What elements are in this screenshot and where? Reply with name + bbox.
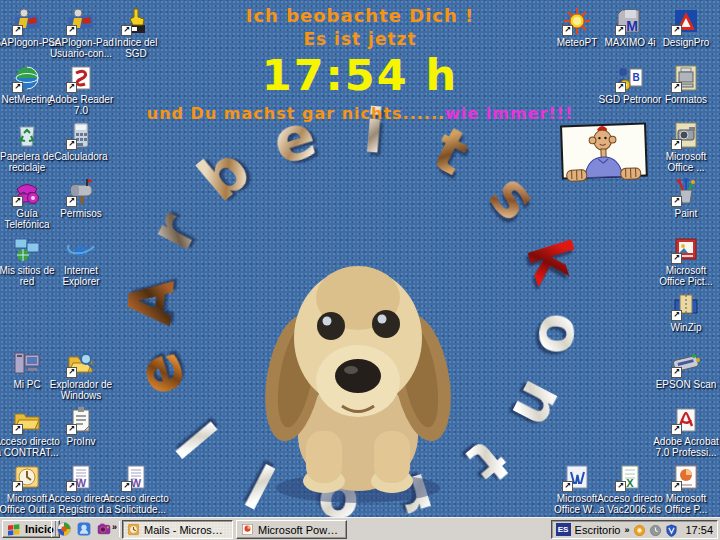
task-button-label: Mails - Microsoft Outlook xyxy=(144,524,228,536)
folder-icon: ↗ xyxy=(12,405,42,435)
shortcut-arrow-icon: ↗ xyxy=(671,82,682,93)
shortcut-arrow-icon: ↗ xyxy=(562,481,573,492)
tray-scheduler-icon[interactable] xyxy=(649,523,662,536)
desktop-icon-formatos[interactable]: ↗Formatos xyxy=(653,63,719,105)
desktop-icon-calculadora[interactable]: ↗Calculadora xyxy=(48,120,114,162)
windows-logo-icon xyxy=(6,521,22,537)
svg-text:X: X xyxy=(626,477,634,489)
desktop-icon-adobe-reader-7-0[interactable]: ↗Adobe Reader7.0 xyxy=(48,63,114,116)
desktop-icon-label: Formatos xyxy=(653,94,719,105)
network-places-icon xyxy=(12,234,42,264)
system-tray: ES Escritorio » 17:54 xyxy=(551,520,718,539)
quick-launch-chevron[interactable]: » xyxy=(112,522,117,532)
svg-text:B: B xyxy=(632,72,639,83)
shortcut-arrow-icon: ↗ xyxy=(12,481,23,492)
wallpaper-ring-letter: s xyxy=(479,164,548,230)
shortcut-arrow-icon: ↗ xyxy=(671,367,682,378)
desktop-wallpaper[interactable]: Ich beobachte Dich ! Es ist jetzt 17:54 … xyxy=(0,0,720,517)
taskbar-clock[interactable]: 17:54 xyxy=(682,524,713,536)
desktop-icon-paint[interactable]: ↗Paint xyxy=(653,177,719,219)
quick-launch-purple-camera-icon[interactable] xyxy=(96,521,112,537)
desktop-icon-label: MicrosoftOffice Pict... xyxy=(653,265,719,287)
maximo-disk-icon: M↗ xyxy=(615,6,645,36)
desktop-icon-adobe-acrobat-7-0-professi[interactable]: ↗Adobe Acrobat7.0 Professi... xyxy=(653,405,719,458)
svg-text:M: M xyxy=(626,18,638,34)
desktop-icon-permisos[interactable]: ↗Permisos xyxy=(48,177,114,219)
desktop-screen: Ich beobachte Dich ! Es ist jetzt 17:54 … xyxy=(0,0,720,540)
adobe-reader-icon: ↗ xyxy=(66,63,96,93)
wallpaper-ring-letter: r xyxy=(140,204,207,258)
tray-antivirus-shield-icon[interactable] xyxy=(665,523,678,536)
wallpaper-message-line1: Ich beobachte Dich ! xyxy=(110,5,610,26)
designpro-logo-icon: ↗ xyxy=(671,6,701,36)
quick-launch-media-player-icon[interactable] xyxy=(56,521,72,537)
quick-launch-messenger-icon[interactable] xyxy=(76,521,92,537)
desktop-icon-proinv[interactable]: ↗ProInv xyxy=(48,405,114,447)
tray-reminder-icon[interactable] xyxy=(633,523,646,536)
shortcut-arrow-icon: ↗ xyxy=(562,25,573,36)
excel-doc-icon: X↗ xyxy=(615,462,645,492)
svg-text:W: W xyxy=(76,477,87,489)
cartoon-man-image xyxy=(558,121,650,185)
internet-explorer-icon: e xyxy=(66,234,96,264)
acrobat-icon: ↗ xyxy=(671,405,701,435)
wallpaper-ring-letter: e xyxy=(125,346,194,403)
cartoon-man-illustration xyxy=(558,121,650,185)
shortcut-arrow-icon: ↗ xyxy=(66,196,77,207)
taskbar: Inicio » Mails - Microsoft OutlookMicros… xyxy=(0,517,720,540)
task-button-label: Microsoft PowerPoint - [... xyxy=(258,524,342,536)
shortcut-arrow-icon: ↗ xyxy=(671,25,682,36)
sun-icon: ↗ xyxy=(562,6,592,36)
shortcut-arrow-icon: ↗ xyxy=(121,481,132,492)
netmeeting-globe-icon: ↗ xyxy=(12,63,42,93)
desktop-icon-microsoft-office-p[interactable]: ↗MicrosoftOffice P... xyxy=(653,462,719,515)
windows-explorer-icon: ↗ xyxy=(66,348,96,378)
shortcut-arrow-icon: ↗ xyxy=(12,196,23,207)
wallpaper-ring-letter: A xyxy=(119,276,183,327)
desktop-icon-internet-explorer[interactable]: eInternetExplorer xyxy=(48,234,114,287)
desktop-icon-microsoft-office[interactable]: ↗MicrosoftOffice ... xyxy=(653,120,719,173)
sap-logo-icon: ↗ xyxy=(12,6,42,36)
desktop-icon-winzip[interactable]: ↗WinZip xyxy=(653,291,719,333)
wallpaper-ring-letter: t xyxy=(425,118,478,184)
shortcut-arrow-icon: ↗ xyxy=(66,139,77,150)
tray-toolbar-chevron[interactable]: » xyxy=(624,525,629,535)
desktop-icon-acceso-directo-a-solicitude[interactable]: W↗Acceso directoa Solicitude... xyxy=(103,462,169,515)
shortcut-arrow-icon: ↗ xyxy=(66,424,77,435)
shortcut-arrow-icon: ↗ xyxy=(615,481,626,492)
printer-card-icon: ↗ xyxy=(671,63,701,93)
powerpoint-task-icon xyxy=(241,523,254,536)
shortcut-arrow-icon: ↗ xyxy=(121,25,132,36)
notepad-doc-icon: ↗ xyxy=(66,405,96,435)
desktop-toolbar-label[interactable]: Escritorio xyxy=(575,524,621,536)
winzip-vise-icon: ↗ xyxy=(671,291,701,321)
desktop-icon-label: DesignPro xyxy=(653,37,719,48)
desktop-icon-explorador-de-windows[interactable]: ↗Explorador deWindows xyxy=(48,348,114,401)
sgd-person-doc-icon: B↗ xyxy=(615,63,645,93)
desktop-icon-label: EPSON Scan xyxy=(653,379,719,390)
shortcut-arrow-icon: ↗ xyxy=(671,253,682,264)
puppy-illustration xyxy=(246,226,470,510)
language-indicator[interactable]: ES xyxy=(556,523,571,536)
wallpaper-line4-magenta-part: wie immer!!! xyxy=(445,104,573,123)
desktop-icon-designpro[interactable]: ↗DesignPro xyxy=(653,6,719,48)
quick-launch-bar xyxy=(56,521,112,537)
shortcut-arrow-icon: ↗ xyxy=(671,481,682,492)
shortcut-arrow-icon: ↗ xyxy=(12,424,23,435)
desktop-icon-label: Acceso directoa Solicitude... xyxy=(103,493,169,515)
mailbox-icon: ↗ xyxy=(66,177,96,207)
puppy-wallpaper-image xyxy=(246,226,470,510)
wallpaper-ring-letter: k xyxy=(518,233,587,289)
task-button-microsoft-powerpoint[interactable]: Microsoft PowerPoint - [... xyxy=(236,520,347,539)
wallpaper-ring-letter: i xyxy=(361,100,387,162)
shortcut-arrow-icon: ↗ xyxy=(66,367,77,378)
desktop-icon-label: WinZip xyxy=(653,322,719,333)
desktop-icon-label: MicrosoftOffice P... xyxy=(653,493,719,515)
picture-manager-icon: ↗ xyxy=(671,234,701,264)
task-button-mails-microsoft-outlook[interactable]: Mails - Microsoft Outlook xyxy=(122,520,233,539)
desktop-icon-microsoft-office-pict[interactable]: ↗MicrosoftOffice Pict... xyxy=(653,234,719,287)
recycle-bin-icon xyxy=(12,120,42,150)
desktop-icon-indice-del-sgd[interactable]: ↗Indice del SGD xyxy=(103,6,169,59)
desktop-icon-epson-scan[interactable]: ↗EPSON Scan xyxy=(653,348,719,390)
wallpaper-ring-letter: l xyxy=(169,412,228,466)
